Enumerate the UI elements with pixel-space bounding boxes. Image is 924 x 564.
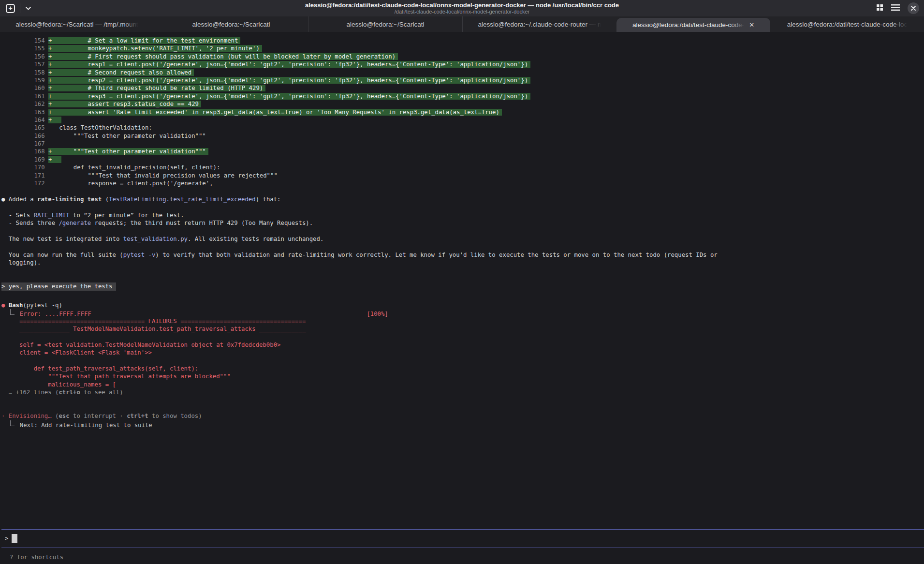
assistant-list-item: - Sets RATE_LIMIT to “2 per minute” for … xyxy=(1,211,924,219)
line-number: 166 xyxy=(1,132,48,140)
shortcuts-hint: ? for shortcuts xyxy=(1,553,924,561)
diff-line: 157 + resp1 = client.post('/generate', j… xyxy=(1,60,924,68)
bash-output-line: self = <test_validation.TestModelNameVal… xyxy=(1,341,924,349)
assistant-text: ) to verify that both validation and rat… xyxy=(155,252,717,258)
tab-scaricati-tmp-mount[interactable]: alessio@fedora:~/Scaricati — /tmp/.mount xyxy=(0,16,154,32)
menu-hamburger-icon[interactable] xyxy=(891,4,900,13)
diff-line: 154 + # Set a low limit for the test env… xyxy=(1,37,924,45)
assistant-text: requests; the third must return HTTP 429… xyxy=(91,220,313,226)
window-close-button[interactable] xyxy=(908,2,919,14)
tool-args: (pytest -q) xyxy=(23,302,62,309)
diff-added-code: + assert 'Rate limit exceeded' in resp3.… xyxy=(48,109,502,116)
window-title: alessio@fedora:/dati/test-claude-code-lo… xyxy=(0,1,924,9)
diff-line: 168 + """Test other parameter validation… xyxy=(1,148,924,155)
line-number: 163 xyxy=(1,108,48,116)
assistant-text: Added a xyxy=(9,196,37,203)
diff-context-code: """Test other parameter validation""" xyxy=(48,133,206,139)
bash-output-line: malicious_names = [ xyxy=(1,381,924,388)
diff-line: 163 + assert 'Rate limit exceeded' in re… xyxy=(1,108,924,116)
assistant-paragraph: You can now run the full suite (pytest -… xyxy=(1,251,924,259)
status-hint: ( xyxy=(52,413,59,419)
diff-line: 155 + monkeypatch.setenv('RATE_LIMIT', '… xyxy=(1,45,924,52)
diff-line: 166 """Test other parameter validation""… xyxy=(1,132,924,140)
line-number: 157 xyxy=(1,60,48,68)
line-number: 158 xyxy=(1,69,48,76)
assistant-text: ( xyxy=(102,196,109,203)
line-number: 160 xyxy=(1,84,48,92)
output-text: """Test that path traversal attempts are… xyxy=(1,373,231,380)
next-todo-text: Next: Add rate-limiting test to suite xyxy=(20,422,152,429)
tab-label: alessio@fedora:~/Scaricati xyxy=(192,21,270,28)
assistant-text-bold: rate-limiting test xyxy=(37,196,102,203)
assistant-bullet: ● xyxy=(1,196,9,203)
line-number: 169 xyxy=(1,156,48,163)
diff-line: 161 + resp3 = client.post('/generate', j… xyxy=(1,92,924,100)
line-number: 167 xyxy=(1,140,48,148)
tab-scaricati-2[interactable]: alessio@fedora:~/Scaricati xyxy=(154,16,308,32)
prompt-input-box[interactable]: > xyxy=(1,529,924,548)
plus-icon: + xyxy=(8,5,12,12)
diff-line: 165 class TestOtherValidation: xyxy=(1,124,924,132)
assistant-text: . All existing tests remain unchanged. xyxy=(188,236,323,242)
diff-added-code: + monkeypatch.setenv('RATE_LIMIT', '2 pe… xyxy=(48,45,262,52)
tab-scaricati-3[interactable]: alessio@fedora:~/Scaricati xyxy=(308,16,462,32)
diff-line: 172 response = client.post('/generate', xyxy=(1,179,924,187)
text-cursor xyxy=(12,534,17,543)
tab-overview-grid-icon[interactable] xyxy=(876,4,883,13)
bash-output-line: Error: ....FFFF.FFFF[100%] xyxy=(1,309,924,317)
tab-close-icon[interactable]: ✕ xyxy=(749,22,754,28)
tab-claude-code-router[interactable]: alessio@fedora:~/.claude-code-router — n xyxy=(462,16,616,32)
shortcuts-hint-text: ? for shortcuts xyxy=(10,554,63,561)
line-number: 162 xyxy=(1,100,48,108)
user-message: > yes, please execute the tests xyxy=(1,282,924,290)
status-line: · Envisioning… (esc to interrupt · ctrl+… xyxy=(1,412,924,420)
shortcut-key: ctrl+t xyxy=(127,413,148,419)
next-todo-line: Next: Add rate-limiting test to suite xyxy=(1,420,924,428)
output-text: def test_path_traversal_attacks(self, cl… xyxy=(1,365,198,372)
diff-line: 159 + resp2 = client.post('/generate', j… xyxy=(1,76,924,84)
assistant-text: to “2 per minute” for the test. xyxy=(70,212,184,219)
tab-list-chevron-down-icon[interactable] xyxy=(25,4,31,13)
bash-output-line: client = <FlaskClient <Flask 'main'>> xyxy=(1,349,924,356)
diff-line: 162 + assert resp3.status_code == 429 xyxy=(1,100,924,108)
prompt-caret: > xyxy=(5,534,8,542)
diff-added-code: + # Third request should be rate limited… xyxy=(48,85,265,91)
new-tab-button[interactable]: + xyxy=(6,4,15,13)
code-reference: test_validation.py xyxy=(123,236,188,242)
diff-line: 170 def test_invalid_precision(self, cli… xyxy=(1,163,924,171)
diff-line: 158 + # Second request also allowed xyxy=(1,69,924,76)
line-number: 164 xyxy=(1,116,48,124)
diff-line: 169 + xyxy=(1,156,924,163)
diff-added-code: + resp2 = client.post('/generate', json=… xyxy=(48,77,530,84)
tab-test-claude-code-active[interactable]: alessio@fedora:/dati/test-claude-code- ✕ xyxy=(616,18,770,32)
assistant-paragraph: The new test is integrated into test_val… xyxy=(1,235,924,243)
tab-label: alessio@fedora:~/Scaricati — /tmp/.mount xyxy=(15,21,138,28)
assistant-paragraph: logging). xyxy=(1,259,924,267)
code-reference: TestRateLimiting.test_rate_limit_exceede… xyxy=(109,196,256,203)
diff-line: 167 xyxy=(1,140,924,148)
line-number: 154 xyxy=(1,37,48,45)
tab-test-claude-code-2[interactable]: alessio@fedora:/dati/test-claude-code-lo… xyxy=(770,16,924,32)
bash-tool-header: ● Bash(pytest -q) xyxy=(1,301,924,309)
assistant-text: logging). xyxy=(1,259,41,266)
bash-output-line: def test_path_traversal_attacks(self, cl… xyxy=(1,365,924,372)
truncated-hint: to see all) xyxy=(80,389,123,396)
progress-percent: [100%] xyxy=(367,310,388,318)
diff-added-code: + assert resp3.status_code == 429 xyxy=(48,101,201,107)
indent xyxy=(1,422,9,429)
bash-output-line: =================================== FAIL… xyxy=(1,317,924,325)
code-reference: RATE_LIMIT xyxy=(34,212,70,219)
assistant-text: - Sets xyxy=(1,212,34,219)
status-hint: to interrupt · xyxy=(70,413,127,419)
code-reference: /generate xyxy=(59,220,91,226)
output-bracket-icon xyxy=(10,420,15,426)
line-number: 170 xyxy=(1,163,48,171)
diff-context-code: response = client.post('/generate', xyxy=(48,180,213,187)
status-verb: Envisioning… xyxy=(9,413,52,419)
failures-banner: =================================== FAIL… xyxy=(1,318,306,325)
indent xyxy=(1,311,9,317)
assistant-message-header: ● Added a rate-limiting test (TestRateLi… xyxy=(1,195,924,203)
shortcut-key: ctrl+o xyxy=(59,389,80,396)
line-number: 165 xyxy=(1,124,48,132)
terminal-content: 154 + # Set a low limit for the test env… xyxy=(0,32,924,564)
